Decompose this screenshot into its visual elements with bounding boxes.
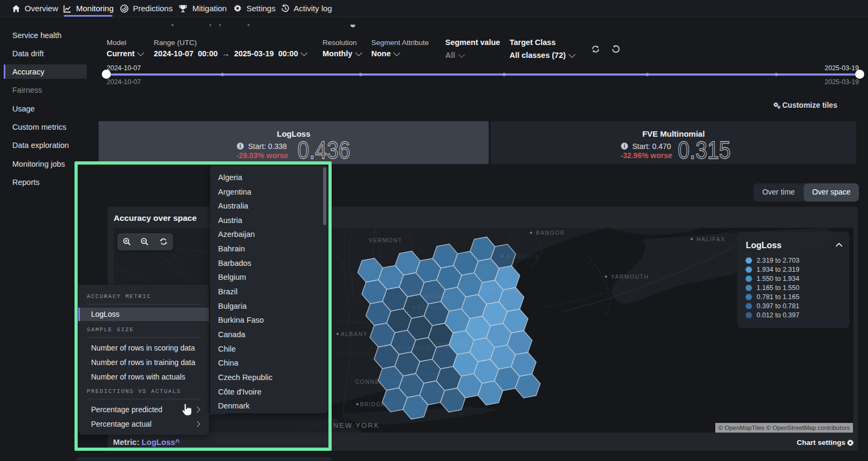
svg-text:HALIFAX: HALIFAX xyxy=(697,236,725,242)
svg-text:RHODE ISLAND: RHODE ISLAND xyxy=(394,371,442,377)
svg-text:AUGUSTA: AUGUSTA xyxy=(507,253,539,259)
svg-text:PORTLAND: PORTLAND xyxy=(481,286,518,293)
svg-text:YARMOUTH: YARMOUTH xyxy=(611,273,649,280)
svg-text:NEW YORK: NEW YORK xyxy=(333,421,380,429)
svg-text:VERMONT: VERMONT xyxy=(369,237,402,243)
svg-text:MASSACHUSETTS: MASSACHUSETTS xyxy=(375,345,431,351)
svg-text:CONCORD: CONCORD xyxy=(418,304,453,310)
svg-text:NEW HAMPSHIRE: NEW HAMPSHIRE xyxy=(399,293,453,299)
svg-text:ALBANY: ALBANY xyxy=(341,331,368,337)
svg-text:BANGOR: BANGOR xyxy=(536,229,565,236)
svg-text:BOSTON: BOSTON xyxy=(438,342,470,350)
